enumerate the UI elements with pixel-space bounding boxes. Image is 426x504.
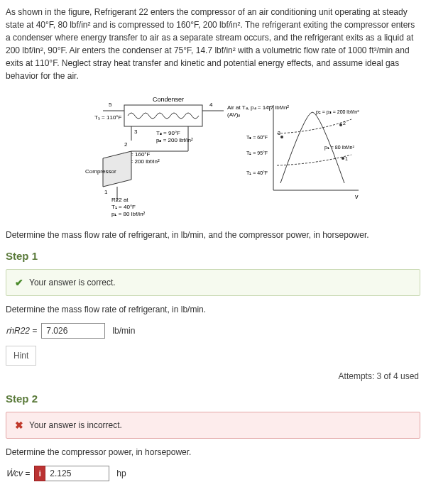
step2-input[interactable]: 2.125 xyxy=(45,466,109,481)
svg-point-29 xyxy=(339,124,342,126)
svg-text:Compressor: Compressor xyxy=(85,168,116,175)
condenser-label: Condenser xyxy=(153,96,184,103)
svg-text:5: 5 xyxy=(109,102,112,108)
figure-diagram: Condenser 4 Air at T₄, p₄ = 14.7 lbf/in²… xyxy=(6,91,420,219)
question-text: Determine the mass flow rate of refriger… xyxy=(6,230,420,240)
svg-text:(AV)₄: (AV)₄ xyxy=(227,111,240,118)
svg-text:p₁ = 80 lbf/in²: p₁ = 80 lbf/in² xyxy=(324,145,354,150)
step1-title: Step 1 xyxy=(6,250,420,262)
step1-feedback-text: Your answer is correct. xyxy=(29,278,116,287)
svg-text:4: 4 xyxy=(209,102,213,108)
svg-text:Air at T₄, p₄ = 14.7 lbf/in²: Air at T₄, p₄ = 14.7 lbf/in² xyxy=(227,104,289,111)
svg-point-27 xyxy=(280,136,283,138)
problem-statement: As shown in the figure, Refrigerant 22 e… xyxy=(6,6,420,82)
svg-text:1: 1 xyxy=(345,156,348,161)
svg-text:T₃ = 90°F: T₃ = 90°F xyxy=(156,130,180,136)
svg-point-31 xyxy=(342,157,344,160)
step1-input[interactable]: 7.026 xyxy=(41,323,105,339)
hint-button[interactable]: Hint xyxy=(6,346,36,366)
step1-answer-row: ṁR22 = 7.026 lb/min xyxy=(6,323,420,339)
svg-text:T₁ = 40°F: T₁ = 40°F xyxy=(246,170,268,175)
step2-prompt: Determine the compressor power, in horse… xyxy=(6,447,420,457)
step2-answer-row: Ẇcv = i 2.125 hp xyxy=(6,466,420,481)
svg-text:T₂ = 95°F: T₂ = 95°F xyxy=(246,150,268,155)
svg-text:T: T xyxy=(268,105,272,112)
svg-text:R22 at: R22 at xyxy=(111,197,129,203)
step1-variable: ṁR22 = xyxy=(6,326,37,336)
svg-text:2: 2 xyxy=(343,121,346,126)
step1-feedback-panel: ✔ Your answer is correct. xyxy=(6,269,420,296)
svg-text:2: 2 xyxy=(124,141,128,148)
step2-variable: Ẇcv = xyxy=(6,469,30,478)
svg-text:T₁ = 40°F: T₁ = 40°F xyxy=(111,204,136,210)
x-icon: ✖ xyxy=(15,420,23,431)
svg-text:p₁ = 80 lbf/in²: p₁ = 80 lbf/in² xyxy=(111,211,146,217)
step2-title: Step 2 xyxy=(6,393,420,405)
step2-feedback-text: Your answer is incorrect. xyxy=(29,420,122,430)
step2-feedback-panel: ✖ Your answer is incorrect. xyxy=(6,412,420,439)
step2-unit: hp xyxy=(116,469,126,478)
attempts-text: Attempts: 3 of 4 used xyxy=(7,371,419,381)
check-icon: ✔ xyxy=(15,277,23,288)
step1-unit: lb/min xyxy=(112,326,135,336)
svg-text:3: 3 xyxy=(278,131,280,136)
step1-prompt: Determine the mass flow rate of refriger… xyxy=(6,305,420,314)
svg-text:T₅ = 110°F: T₅ = 110°F xyxy=(94,114,122,121)
svg-text:3: 3 xyxy=(134,128,138,135)
svg-text:1: 1 xyxy=(104,189,108,195)
svg-text:p₂ = p₃ = 200 lbf/in²: p₂ = p₃ = 200 lbf/in² xyxy=(316,109,359,115)
svg-text:p₃ = 200 lbf/in²: p₃ = 200 lbf/in² xyxy=(156,137,193,143)
info-badge-icon[interactable]: i xyxy=(34,466,45,481)
svg-text:v: v xyxy=(355,193,359,200)
svg-text:T₃ = 60°F: T₃ = 60°F xyxy=(246,135,268,140)
